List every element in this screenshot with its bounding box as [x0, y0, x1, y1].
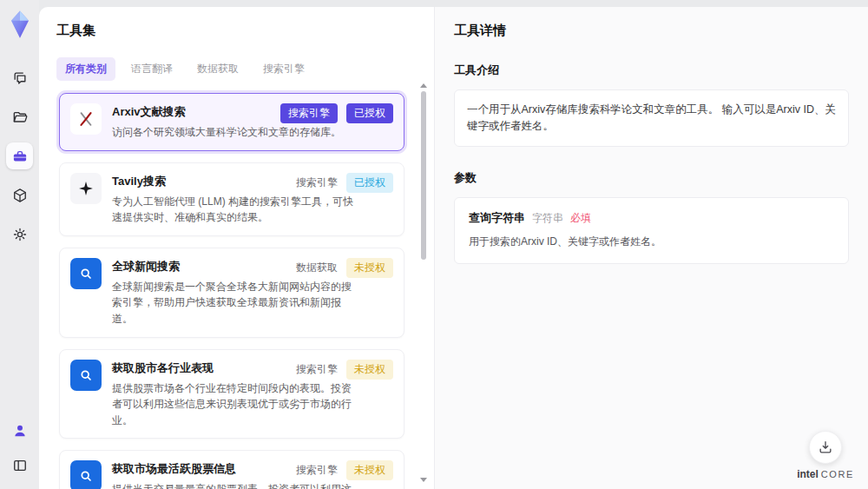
category-tabs: 所有类别 语言翻译 数据获取 搜索引擎	[56, 57, 415, 81]
tool-card-global-news[interactable]: 全球新闻搜索 全球新闻搜索是一个聚合全球各大新闻网站内容的搜索引擎，帮助用户快速…	[59, 248, 404, 338]
tool-tags: 搜索引擎 未授权	[296, 360, 393, 380]
tool-tags: 搜索引擎 已授权	[296, 173, 393, 193]
brand-core: core	[821, 469, 854, 479]
list-scrollbar[interactable]	[420, 83, 428, 482]
parameter-description: 用于搜索的Arxiv ID、关键字或作者姓名。	[469, 235, 834, 249]
category-label: 搜索引擎	[296, 460, 338, 480]
stock-search-icon	[70, 460, 102, 489]
category-label: 搜索引擎	[296, 360, 338, 380]
tool-description: 提供当天交易量最高的股票列表。投资者可以利用这些信息来识别流动性强的股票和潜在的…	[112, 481, 353, 489]
status-badge: 未授权	[346, 360, 393, 380]
tool-tags: 数据获取 未授权	[296, 258, 393, 278]
category-badge: 搜索引擎	[280, 103, 338, 123]
status-badge: 已授权	[346, 173, 393, 193]
tool-list-panel: 工具集 所有类别 语言翻译 数据获取 搜索引擎 A	[39, 7, 434, 489]
tab-data-acquisition[interactable]: 数据获取	[188, 57, 247, 81]
parameter-card: 查询字符串 字符串 必填 用于搜索的Arxiv ID、关键字或作者姓名。	[454, 197, 849, 264]
tool-description: 访问各个研究领域大量科学论文和文章的存储库。	[112, 124, 353, 141]
app-window: 工具集 所有类别 语言翻译 数据获取 搜索引擎 A	[0, 0, 868, 489]
tool-card-sector-performance[interactable]: 获取股市各行业表现 提供股票市场各个行业在特定时间段内的表现。投资者可以利用这些…	[59, 349, 404, 439]
news-search-icon	[70, 258, 102, 289]
intel-core-logo: intel core	[797, 468, 854, 480]
tool-intro-text: 一个用于从Arxiv存储库搜索科学论文和文章的工具。 输入可以是Arxiv ID…	[454, 89, 849, 147]
download-icon	[817, 439, 834, 456]
user-icon	[11, 422, 29, 439]
toolbox-icon	[11, 148, 29, 165]
tool-tags: 搜索引擎 未授权	[296, 460, 393, 480]
rail-bottom	[6, 417, 33, 479]
tool-card-tavily[interactable]: Tavily搜索 专为人工智能代理 (LLM) 构建的搜索引擎工具，可快速提供实…	[59, 162, 404, 236]
rail-nav	[6, 64, 33, 248]
parameter-header: 查询字符串 字符串 必填	[469, 210, 834, 226]
parameter-name: 查询字符串	[469, 210, 525, 226]
category-label: 搜索引擎	[296, 173, 338, 193]
sidebar-item-account[interactable]	[6, 417, 33, 444]
tool-card-arxiv[interactable]: Arxiv文献搜索 访问各个研究领域大量科学论文和文章的存储库。 搜索引擎 已授…	[59, 93, 404, 151]
sidebar-panel-icon	[11, 457, 29, 474]
folder-icon	[11, 109, 29, 126]
stock-search-icon	[70, 360, 102, 391]
sidebar-item-models[interactable]	[6, 182, 33, 208]
tool-detail-panel: 工具详情 工具介绍 一个用于从Arxiv存储库搜索科学论文和文章的工具。 输入可…	[434, 7, 868, 489]
chat-icon	[11, 69, 29, 87]
page-title: 工具集	[56, 23, 415, 39]
sidebar-item-collapse[interactable]	[6, 452, 33, 479]
sidebar-item-settings[interactable]	[6, 221, 33, 248]
detail-title: 工具详情	[454, 23, 849, 39]
arxiv-icon	[70, 103, 102, 135]
status-badge: 未授权	[346, 460, 393, 480]
tool-description: 专为人工智能代理 (LLM) 构建的搜索引擎工具，可快速提供实时、准确和真实的结…	[112, 194, 353, 226]
brand-intel: intel	[797, 468, 819, 480]
tool-tags: 搜索引擎 已授权	[280, 103, 393, 123]
status-badge: 未授权	[346, 258, 393, 278]
left-rail	[0, 0, 39, 489]
sidebar-item-chat[interactable]	[6, 64, 33, 91]
main-content: 工具集 所有类别 语言翻译 数据获取 搜索引擎 A	[39, 7, 868, 489]
status-badge: 已授权	[346, 103, 393, 123]
gear-icon	[11, 226, 29, 243]
tab-language-translation[interactable]: 语言翻译	[122, 57, 181, 81]
sidebar-item-files[interactable]	[6, 103, 33, 130]
params-heading: 参数	[454, 170, 849, 186]
tool-card-active-stocks[interactable]: 获取市场最活跃股票信息 提供当天交易量最高的股票列表。投资者可以利用这些信息来识…	[59, 450, 404, 489]
corner-widgets: intel core	[797, 431, 854, 480]
parameter-required-badge: 必填	[570, 211, 591, 226]
cube-icon	[11, 187, 29, 204]
tool-description: 全球新闻搜索是一个聚合全球各大新闻网站内容的搜索引擎，帮助用户快速获取全球最新资…	[112, 279, 353, 327]
sidebar-item-toolset[interactable]	[6, 142, 33, 169]
scrollbar-thumb[interactable]	[421, 91, 426, 260]
tool-description: 提供股票市场各个行业在特定时间段内的表现。投资者可以利用这些信息来识别表现优于或…	[112, 380, 353, 429]
scroll-down-arrow-icon[interactable]	[420, 478, 427, 482]
tavily-icon	[70, 173, 102, 204]
category-label: 数据获取	[296, 258, 338, 278]
app-logo	[5, 8, 35, 41]
tab-all-categories[interactable]: 所有类别	[56, 57, 115, 81]
scroll-up-arrow-icon[interactable]	[420, 83, 427, 88]
parameter-type: 字符串	[532, 211, 563, 226]
tab-search-engine[interactable]: 搜索引擎	[254, 57, 313, 81]
download-button[interactable]	[809, 431, 842, 464]
tool-card-list: Arxiv文献搜索 访问各个研究领域大量科学论文和文章的存储库。 搜索引擎 已授…	[56, 90, 415, 489]
intro-heading: 工具介绍	[454, 63, 849, 78]
